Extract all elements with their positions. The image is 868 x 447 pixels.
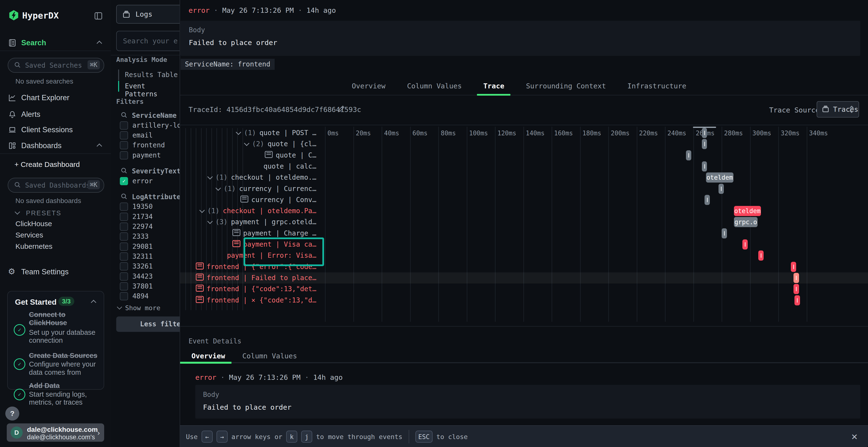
user-account-chip[interactable]: D dale@clickhouse.com dale@clickhouse.co… bbox=[7, 423, 104, 442]
tab-trace[interactable]: Trace bbox=[483, 82, 504, 90]
filter-checkbox-19350[interactable]: 19350 bbox=[120, 202, 180, 211]
edit-pencil-icon[interactable] bbox=[337, 105, 345, 113]
sidebar-item-chart-explorer[interactable]: Chart Explorer bbox=[0, 93, 111, 104]
checkbox[interactable] bbox=[120, 122, 128, 130]
filter-checkbox-email[interactable]: email bbox=[120, 131, 180, 140]
sidebar-item-clickhouse[interactable]: ClickHouse bbox=[16, 220, 52, 228]
checkbox[interactable] bbox=[120, 131, 128, 139]
trace-row[interactable]: (1)checkout | oteldemo.…oteldem bbox=[180, 172, 868, 183]
span-bar[interactable] bbox=[718, 184, 724, 194]
chevron-down-icon[interactable] bbox=[199, 208, 205, 213]
event-search-input[interactable]: Search your e bbox=[116, 31, 180, 51]
trace-row[interactable]: quote | calc… bbox=[180, 161, 868, 172]
filter-checkbox-34423[interactable]: 34423 bbox=[120, 272, 180, 281]
trace-row[interactable]: payment | Charge … bbox=[180, 228, 868, 239]
span-bar[interactable]: grpc.o bbox=[734, 217, 757, 227]
sidebar-item-client-sessions[interactable]: Client Sessions bbox=[0, 125, 111, 136]
trace-row[interactable]: currency | Conv… bbox=[180, 194, 868, 205]
trace-row[interactable]: frontend | Failed to place… bbox=[180, 272, 868, 283]
ed-tab-column-values[interactable]: Column Values bbox=[242, 352, 297, 360]
filter-checkbox-29081[interactable]: 29081 bbox=[120, 242, 180, 251]
sidebar-item-kubernetes[interactable]: Kubernetes bbox=[16, 242, 52, 250]
chevron-down-icon[interactable] bbox=[236, 130, 241, 135]
service-name-chip[interactable]: ServiceName: frontend bbox=[181, 59, 275, 70]
filter-checkbox-22974[interactable]: 22974 bbox=[120, 222, 180, 232]
filter-checkbox-2333[interactable]: 2333 bbox=[120, 232, 180, 241]
sidebar-collapse-icon[interactable] bbox=[94, 11, 103, 21]
help-button[interactable]: ? bbox=[5, 407, 19, 420]
span-bar[interactable] bbox=[702, 128, 707, 138]
trace-row[interactable]: (1)currency | Currenc… bbox=[180, 183, 868, 194]
filter-checkbox-21734[interactable]: 21734 bbox=[120, 212, 180, 221]
span-bar[interactable] bbox=[794, 273, 799, 283]
span-bar[interactable] bbox=[722, 228, 727, 238]
analysis-mode-event-patterns[interactable]: Event Patterns bbox=[118, 81, 179, 92]
filter-checkbox-4894[interactable]: 4894 bbox=[120, 291, 180, 301]
trace-row[interactable]: frontend | {"code":13,"det… bbox=[180, 283, 868, 295]
span-bar[interactable] bbox=[791, 262, 796, 272]
hint-text: to move through events bbox=[316, 433, 402, 441]
filter-checkbox-artillery-loa[interactable]: artillery-loa bbox=[120, 121, 180, 130]
sidebar-item-alerts[interactable]: Alerts bbox=[0, 110, 111, 120]
trace-row[interactable]: frontend | × {"code":13,"d… bbox=[180, 295, 868, 306]
sidebar-item-search[interactable]: Search bbox=[0, 38, 111, 49]
checkbox[interactable] bbox=[120, 262, 128, 271]
span-bar[interactable]: oteldem bbox=[734, 206, 761, 216]
tab-column-values[interactable]: Column Values bbox=[407, 82, 462, 90]
show-more-toggle[interactable]: Show more bbox=[118, 304, 176, 314]
chevron-down-icon[interactable] bbox=[244, 141, 250, 146]
checkbox[interactable] bbox=[120, 282, 128, 290]
trace-row[interactable]: (2)quote | {cl… bbox=[180, 138, 868, 149]
trace-row[interactable]: (1)quote | POST … bbox=[180, 128, 868, 138]
checkbox[interactable] bbox=[120, 272, 128, 281]
trace-row[interactable]: quote | C… bbox=[180, 150, 868, 161]
chevron-down-icon[interactable] bbox=[216, 185, 221, 191]
saved-searches-input[interactable]: Saved Searches ⌘K bbox=[8, 58, 104, 73]
span-bar[interactable] bbox=[795, 295, 800, 305]
analysis-mode-results-table[interactable]: Results Table bbox=[118, 70, 179, 80]
filter-checkbox-37801[interactable]: 37801 bbox=[120, 281, 180, 291]
span-bar[interactable] bbox=[702, 139, 707, 149]
span-bar[interactable] bbox=[758, 250, 764, 261]
saved-dashboards-input[interactable]: Saved Dashboards ⌘K bbox=[8, 178, 104, 193]
span-bar[interactable]: oteldem bbox=[706, 172, 734, 182]
chevron-down-icon[interactable] bbox=[207, 174, 213, 180]
checkbox[interactable] bbox=[120, 203, 128, 211]
filter-checkbox-32311[interactable]: 32311 bbox=[120, 252, 180, 261]
span-bar[interactable] bbox=[705, 195, 710, 205]
checkbox[interactable] bbox=[120, 292, 128, 300]
checkbox[interactable]: ✓ bbox=[120, 177, 128, 185]
checkbox[interactable] bbox=[120, 222, 128, 231]
span-bar[interactable] bbox=[742, 239, 748, 249]
sidebar-item-services[interactable]: Services bbox=[16, 231, 43, 239]
chevron-up-icon[interactable] bbox=[91, 300, 96, 305]
checkbox[interactable] bbox=[120, 141, 128, 149]
checkbox[interactable] bbox=[120, 232, 128, 241]
filter-checkbox-33261[interactable]: 33261 bbox=[120, 262, 180, 271]
span-bar[interactable] bbox=[702, 161, 707, 171]
trace-row[interactable]: (1)checkout | oteldemo.Pa…oteldem bbox=[180, 205, 868, 216]
trace-row[interactable]: (3)payment | grpc.oteld…grpc.o bbox=[180, 216, 868, 228]
less-filters-button[interactable]: Less filters bbox=[116, 316, 180, 332]
sidebar-item-dashboards[interactable]: Dashboards bbox=[0, 141, 111, 151]
trace-source-select[interactable]: Traces bbox=[817, 101, 859, 117]
checkbox[interactable] bbox=[120, 151, 128, 160]
filter-checkbox-frontend[interactable]: frontend bbox=[120, 140, 180, 150]
chevron-down-icon[interactable] bbox=[207, 219, 213, 224]
tab-surrounding-context[interactable]: Surrounding Context bbox=[526, 82, 606, 90]
filter-checkbox-error[interactable]: ✓error bbox=[120, 176, 180, 186]
ed-tab-overview[interactable]: Overview bbox=[191, 352, 225, 360]
filter-checkbox-payment[interactable]: payment bbox=[120, 150, 180, 160]
close-icon[interactable]: ✕ bbox=[851, 432, 858, 442]
tab-overview[interactable]: Overview bbox=[352, 82, 385, 90]
span-bar[interactable] bbox=[794, 284, 799, 294]
presets-section-toggle[interactable]: PRESETS bbox=[16, 209, 61, 217]
source-select-button[interactable]: Logs bbox=[116, 5, 180, 24]
checkbox[interactable] bbox=[120, 213, 128, 221]
tab-infrastructure[interactable]: Infrastructure bbox=[627, 82, 686, 90]
sidebar-item-team-settings[interactable]: ⚙ Team Settings bbox=[0, 267, 111, 278]
create-dashboard-button[interactable]: + Create Dashboard bbox=[14, 161, 80, 169]
checkbox[interactable] bbox=[120, 252, 128, 261]
checkbox[interactable] bbox=[120, 243, 128, 251]
span-bar[interactable] bbox=[686, 150, 691, 161]
